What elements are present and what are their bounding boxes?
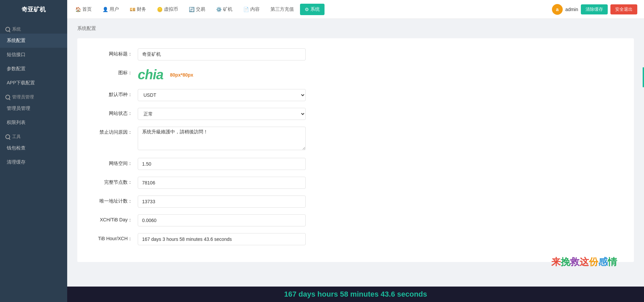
miner-icon: ⚙️	[216, 7, 222, 12]
chia-logo: chia	[138, 67, 163, 82]
form-container: 网站标题： 图标： chia 80px*80px 默认币种： USDT	[77, 38, 634, 262]
top-nav: 奇亚矿机 🏠 首页 👤 用户 💴 财务 🪙 虚拟币 🔄 交易 ⚙️ 矿机 📄	[0, 0, 644, 19]
sidebar-section-admin: 管理员管理	[0, 90, 67, 101]
unique-address-field	[138, 196, 306, 208]
clear-cache-button[interactable]: 清除缓存	[581, 4, 608, 14]
xch-tib-day-input[interactable]	[138, 214, 306, 226]
search-icon	[5, 27, 10, 32]
nav-home[interactable]: 🏠 首页	[71, 4, 96, 15]
nav-miner[interactable]: ⚙️ 矿机	[211, 4, 237, 15]
site-title-label: 网站标题：	[84, 48, 138, 57]
page-title: 系统配置	[77, 26, 634, 32]
ban-reason-textarea[interactable]: 系统升級維護中，請稍後訪問！	[138, 127, 306, 150]
default-currency-row: 默认币种： USDT BTC ETH	[84, 89, 627, 101]
nav-coin[interactable]: 🪙 虚拟币	[152, 4, 183, 15]
avatar[interactable]: a	[552, 4, 563, 15]
logout-button[interactable]: 安全退出	[610, 4, 637, 14]
trade-icon: 🔄	[189, 7, 195, 12]
bottom-bar: 167 days hours 58 minutes 43.6 seconds	[67, 287, 644, 302]
xch-tib-day-row: XCH/TiB Day：	[84, 214, 627, 226]
sidebar-item-clear-cache[interactable]: 清理缓存	[0, 155, 67, 169]
site-status-label: 网站状态：	[84, 108, 138, 117]
full-nodes-label: 完整节点数：	[84, 177, 138, 185]
main-content: 系统配置 网站标题： 图标： chia 80px*80px 默认币种：	[67, 19, 644, 302]
sidebar-item-params[interactable]: 参数配置	[0, 62, 67, 76]
sidebar: 系统 系统配置 短信接口 参数配置 APP下载配置 管理员管理 管理员管理 权限…	[0, 19, 67, 302]
icon-label: 图标：	[84, 67, 138, 76]
layout: 系统 系统配置 短信接口 参数配置 APP下载配置 管理员管理 管理员管理 权限…	[0, 19, 644, 302]
unique-address-row: 唯一地址计数：	[84, 196, 627, 208]
finance-icon: 💴	[130, 7, 135, 12]
sidebar-item-sms[interactable]: 短信接口	[0, 48, 67, 62]
nav-trade[interactable]: 🔄 交易	[184, 4, 210, 15]
site-title-row: 网站标题：	[84, 48, 627, 60]
icon-field: chia 80px*80px	[138, 67, 306, 82]
full-nodes-field	[138, 177, 306, 189]
nav-recharge[interactable]: 第三方充值	[266, 4, 299, 15]
site-status-select[interactable]: 正常 维护	[138, 108, 306, 120]
nav-system[interactable]: ⚙ 系统	[300, 4, 325, 15]
gear-icon: ⚙	[305, 7, 309, 12]
network-space-row: 网络空间：	[84, 158, 627, 170]
nav-right: a admin 清除缓存 安全退出	[552, 4, 637, 15]
icon-hint: 80px*80px	[170, 72, 193, 78]
tib-hour-xch-field	[138, 233, 306, 245]
brand: 奇亚矿机	[0, 0, 67, 19]
sidebar-item-app-download[interactable]: APP下载配置	[0, 76, 67, 90]
timer-value: 167 days hours 58 minutes 43.6 seconds	[284, 290, 427, 298]
tib-hour-xch-row: TiB Hour/XCH：	[84, 233, 627, 245]
nav-user[interactable]: 👤 用户	[98, 4, 124, 15]
site-status-field: 正常 维护	[138, 108, 306, 120]
network-space-input[interactable]	[138, 158, 306, 170]
tib-hour-xch-input[interactable]	[138, 233, 306, 245]
ban-reason-label: 禁止访问原因：	[84, 127, 138, 135]
tib-hour-xch-label: TiB Hour/XCH：	[84, 233, 138, 242]
nav-content[interactable]: 📄 内容	[239, 4, 264, 15]
ban-reason-field: 系统升級維護中，請稍後訪問！	[138, 127, 306, 151]
site-title-input[interactable]	[138, 48, 306, 60]
sidebar-item-permissions[interactable]: 权限列表	[0, 116, 67, 130]
search-icon-admin	[5, 95, 10, 99]
coin-icon: 🪙	[157, 7, 163, 12]
xch-tib-day-label: XCH/TiB Day：	[84, 214, 138, 223]
default-currency-field: USDT BTC ETH	[138, 89, 306, 101]
network-space-label: 网络空间：	[84, 158, 138, 167]
search-icon-tools	[5, 134, 10, 139]
network-space-field	[138, 158, 306, 170]
timer-display: 167 days hours 58 minutes 43.6 seconds	[283, 290, 429, 299]
icon-row: 图标： chia 80px*80px	[84, 67, 627, 82]
full-nodes-input[interactable]	[138, 177, 306, 189]
sidebar-item-admin-manage[interactable]: 管理员管理	[0, 101, 67, 116]
content-icon: 📄	[243, 7, 249, 12]
sidebar-item-wallet-check[interactable]: 钱包检查	[0, 141, 67, 155]
nav-items: 🏠 首页 👤 用户 💴 财务 🪙 虚拟币 🔄 交易 ⚙️ 矿机 📄 内容 第三方	[71, 4, 552, 15]
brand-name: 奇亚矿机	[22, 5, 46, 13]
home-icon: 🏠	[75, 7, 81, 12]
unique-address-input[interactable]	[138, 196, 306, 208]
full-nodes-row: 完整节点数：	[84, 177, 627, 189]
nav-finance[interactable]: 💴 财务	[125, 4, 151, 15]
user-icon: 👤	[102, 7, 108, 12]
site-title-field	[138, 48, 306, 60]
admin-name: admin	[565, 7, 578, 12]
unique-address-label: 唯一地址计数：	[84, 196, 138, 204]
sidebar-item-system-config[interactable]: 系统配置	[0, 34, 67, 48]
default-currency-select[interactable]: USDT BTC ETH	[138, 89, 306, 101]
ban-reason-row: 禁止访问原因： 系统升級維護中，請稍後訪問！	[84, 127, 627, 151]
default-currency-label: 默认币种：	[84, 89, 138, 98]
site-status-row: 网站状态： 正常 维护	[84, 108, 627, 120]
xch-tib-day-field	[138, 214, 306, 226]
sidebar-section-tools: 工具	[0, 130, 67, 141]
sidebar-scrollbar[interactable]	[643, 67, 644, 87]
sidebar-section-system: 系统	[0, 22, 67, 34]
